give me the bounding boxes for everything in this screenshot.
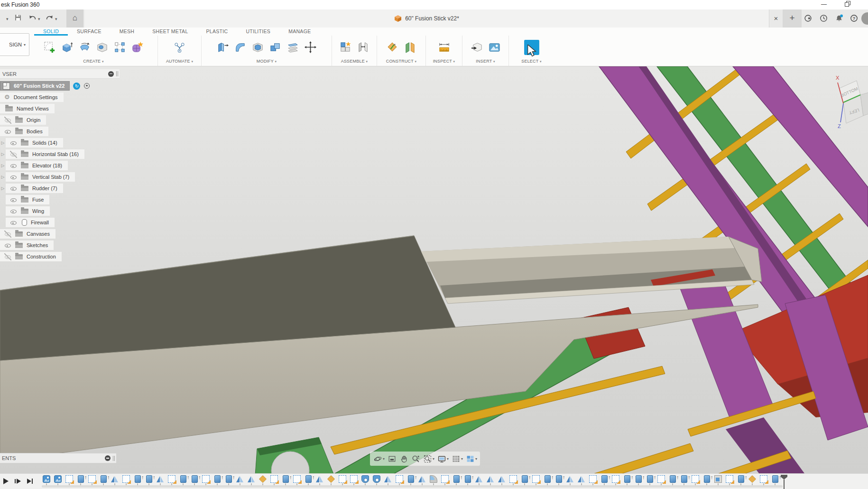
- grid-settings-button[interactable]: [450, 453, 462, 464]
- viewport-3d[interactable]: [0, 66, 868, 473]
- expand-arrow-icon[interactable]: ▷: [0, 152, 6, 157]
- timeline-feature-extrude[interactable]: [644, 475, 656, 485]
- timeline-feature-sketch[interactable]: [758, 475, 769, 485]
- joint-button[interactable]: [355, 38, 371, 57]
- timeline-position-marker[interactable]: [781, 475, 787, 489]
- expand-arrow-icon[interactable]: ▷: [0, 186, 6, 191]
- insert-mesh-button[interactable]: [469, 38, 485, 57]
- tab-sheet-metal[interactable]: SHEET METAL: [143, 28, 197, 36]
- chevron-down-icon[interactable]: ▾: [461, 457, 463, 461]
- timeline-feature-extrude[interactable]: [223, 475, 234, 485]
- browser-item-bodies[interactable]: Bodies: [0, 127, 120, 136]
- redo-button[interactable]: [46, 14, 55, 23]
- timeline-feature-extrude[interactable]: [462, 475, 473, 485]
- tab-manage[interactable]: MANAGE: [279, 28, 320, 36]
- timeline-feature-mirror[interactable]: [234, 475, 246, 485]
- create-form-button[interactable]: [129, 38, 146, 57]
- browser-item-fuse[interactable]: Fuse: [0, 195, 120, 204]
- browser-item-document-settings[interactable]: ⚙Document Settings: [0, 92, 120, 102]
- timeline-feature-sketch[interactable]: [268, 475, 280, 485]
- timeline-feature-sketch[interactable]: [291, 475, 303, 485]
- extensions-button[interactable]: [804, 14, 813, 23]
- timeline-feature-mirror[interactable]: [485, 475, 496, 485]
- timeline-feature-extrude[interactable]: [542, 475, 553, 485]
- tab-plastic[interactable]: PLASTIC: [197, 28, 237, 36]
- visibility-on-icon[interactable]: [10, 174, 17, 181]
- minimize-button[interactable]: —: [817, 1, 831, 9]
- undo-button[interactable]: [28, 14, 38, 23]
- timeline-feature-extrude[interactable]: [553, 475, 564, 485]
- group-label-insert[interactable]: INSERT ▾: [462, 59, 508, 66]
- timeline-feature-plane[interactable]: [747, 475, 758, 485]
- timeline-feature-sketch[interactable]: [86, 475, 98, 485]
- tab-solid[interactable]: SOLID: [34, 28, 68, 36]
- group-label-assemble[interactable]: ASSEMBLE ▾: [332, 59, 377, 66]
- fillet-button[interactable]: [232, 38, 249, 57]
- browser-item-canvases[interactable]: Canvases: [0, 229, 120, 239]
- skip-to-end-icon[interactable]: [26, 478, 34, 485]
- timeline-feature-extrude[interactable]: [667, 475, 678, 485]
- timeline-feature-mirror[interactable]: [109, 475, 120, 485]
- timeline-feature-loft[interactable]: [360, 475, 371, 485]
- zoom-button[interactable]: [410, 453, 421, 464]
- redo-caret-icon[interactable]: ▾: [55, 17, 57, 21]
- chevron-down-icon[interactable]: ▾: [383, 457, 385, 461]
- new-tab-button[interactable]: +: [783, 9, 802, 28]
- browser-item-vertical-stab-7[interactable]: ▷Vertical Stab (7): [0, 172, 120, 182]
- sync-status-icon[interactable]: ↻: [73, 83, 80, 90]
- timeline-feature-extrude[interactable]: [519, 475, 530, 485]
- visibility-off-icon[interactable]: [4, 231, 11, 238]
- timeline-feature-sketch[interactable]: [348, 475, 360, 485]
- comments-panel-header[interactable]: ENTS: [0, 453, 116, 463]
- group-label-create[interactable]: CREATE ▾: [29, 59, 157, 66]
- tab-mesh[interactable]: MESH: [111, 28, 144, 36]
- shell-button[interactable]: [250, 38, 266, 57]
- visibility-off-icon[interactable]: [4, 117, 11, 124]
- file-menu-caret-icon[interactable]: ▾: [6, 17, 9, 21]
- save-button[interactable]: [14, 14, 24, 23]
- tab-surface[interactable]: SURFACE: [68, 28, 111, 36]
- viewports-button[interactable]: [464, 453, 476, 464]
- chevron-down-icon[interactable]: ▾: [475, 457, 477, 461]
- job-status-button[interactable]: [820, 14, 828, 23]
- timeline-feature-extrude[interactable]: [189, 475, 200, 485]
- timeline-feature-extrude[interactable]: [75, 475, 86, 485]
- browser-item-solids-14[interactable]: ▷Solids (14): [0, 138, 120, 148]
- extrude-button[interactable]: [59, 38, 75, 57]
- timeline-feature-extrude[interactable]: [678, 475, 690, 485]
- construction-plane-button[interactable]: [385, 38, 401, 57]
- timeline-feature-mirror[interactable]: [473, 475, 485, 485]
- view-cube[interactable]: X Z BOTTOM LEFT: [830, 71, 868, 129]
- combine-button[interactable]: [268, 38, 284, 57]
- avatar[interactable]: [861, 12, 868, 25]
- timeline-track[interactable]: [42, 485, 783, 488]
- panel-grip-icon[interactable]: [113, 456, 115, 461]
- group-label-inspect[interactable]: INSPECT ▾: [426, 59, 462, 66]
- create-sketch-button[interactable]: [42, 38, 58, 57]
- browser-item-origin[interactable]: Origin: [0, 115, 120, 125]
- timeline-feature-extrude[interactable]: [451, 475, 462, 485]
- group-label-construct[interactable]: CONSTRUCT ▾: [377, 59, 425, 66]
- timeline-feature-extrude[interactable]: [98, 475, 109, 485]
- timeline-feature-sketch[interactable]: [166, 475, 177, 485]
- browser-item-60-fusion-stick-v22[interactable]: 60" Fusion Stick v22↻: [0, 81, 120, 91]
- press-pull-button[interactable]: [215, 38, 231, 57]
- offset-plane-button[interactable]: [402, 38, 418, 57]
- timeline-feature-sketch[interactable]: [587, 475, 599, 485]
- restore-button[interactable]: [840, 1, 855, 9]
- timeline-feature-mirror[interactable]: [496, 475, 508, 485]
- timeline-feature-loft[interactable]: [371, 475, 382, 485]
- timeline-feature-extrude[interactable]: [177, 475, 189, 485]
- automate-button[interactable]: [172, 38, 188, 57]
- timeline-feature-sketch[interactable]: [64, 475, 75, 485]
- visibility-off-icon[interactable]: [10, 151, 17, 158]
- timeline-feature-shell[interactable]: [712, 475, 724, 485]
- timeline-feature-mirror[interactable]: [246, 475, 257, 485]
- timeline-feature-extrude[interactable]: [769, 475, 781, 485]
- browser-item-sketches[interactable]: Sketches: [0, 240, 120, 250]
- revolve-button[interactable]: [77, 38, 93, 57]
- panel-grip-icon[interactable]: [116, 71, 118, 76]
- document-tab[interactable]: 60" Fusion Stick v22*: [84, 9, 769, 28]
- timeline-feature-extrude[interactable]: [212, 475, 223, 485]
- visibility-on-icon[interactable]: [4, 242, 11, 249]
